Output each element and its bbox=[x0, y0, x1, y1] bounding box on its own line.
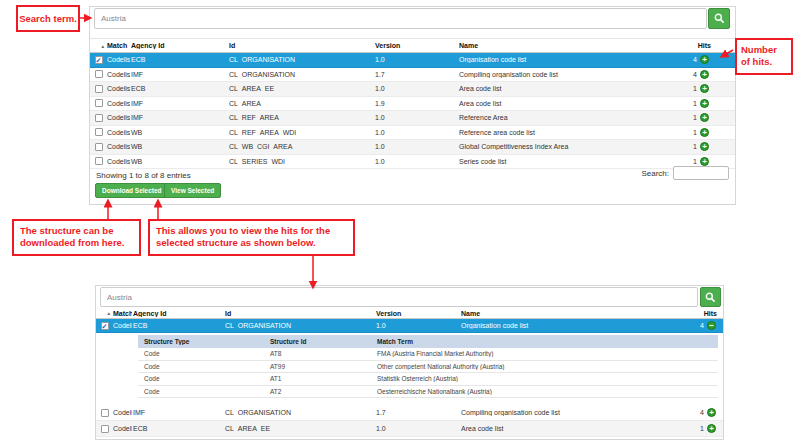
filter-input[interactable] bbox=[673, 166, 729, 180]
match-type-cell: Codelist bbox=[106, 158, 130, 165]
subtable-row[interactable]: CodeAT2Oesterreichische Nationalbank (Au… bbox=[138, 386, 718, 399]
subtable-row[interactable]: CodeAT1Statistik Osterreich (Austria) bbox=[138, 373, 718, 386]
col-agency-id[interactable]: Agency Id bbox=[130, 42, 228, 49]
hits-count: 4 bbox=[693, 56, 697, 63]
agency-id-cell: ECB bbox=[130, 56, 228, 63]
id-cell: CL_SERIES_WDI bbox=[228, 158, 374, 165]
expand-icon[interactable]: + bbox=[700, 142, 709, 151]
row-checkbox[interactable] bbox=[101, 425, 109, 433]
structure-type-cell: Code bbox=[138, 375, 264, 382]
col-id[interactable]: Id bbox=[224, 310, 375, 317]
col-version[interactable]: Version bbox=[375, 310, 460, 317]
row-checkbox[interactable]: ✓ bbox=[95, 56, 103, 64]
structure-id-cell: AT8 bbox=[264, 350, 371, 357]
structure-type-cell: Code bbox=[138, 363, 264, 370]
name-cell: Organisation code list bbox=[460, 322, 652, 329]
hits-count: 1 bbox=[693, 143, 697, 150]
row-checkbox[interactable] bbox=[95, 143, 103, 151]
table-row[interactable]: CodelistIMFCL_AREA1.9Area code list1+ bbox=[90, 97, 735, 112]
name-cell: Compiling organisation code list bbox=[460, 409, 652, 416]
hits-cell: 1+ bbox=[648, 157, 735, 166]
col-name[interactable]: Name bbox=[460, 310, 652, 317]
col-structure-id: Structure Id bbox=[264, 338, 371, 345]
expand-icon[interactable]: + bbox=[700, 84, 709, 93]
table-row[interactable]: CodelistIMFCL_ORGANISATION1.7Compiling o… bbox=[90, 68, 735, 83]
expand-icon[interactable]: + bbox=[700, 70, 709, 79]
expand-icon[interactable]: + bbox=[700, 157, 709, 166]
hits-count: 4 bbox=[700, 409, 704, 416]
row-checkbox[interactable] bbox=[95, 70, 103, 78]
row-checkbox[interactable] bbox=[95, 128, 103, 136]
expand-icon[interactable]: + bbox=[707, 424, 716, 433]
table-row[interactable]: CodelistIMFCL_REF_AREA1.0Reference Area1… bbox=[90, 111, 735, 126]
expand-icon[interactable]: + bbox=[700, 128, 709, 137]
col-id[interactable]: Id bbox=[228, 42, 374, 49]
checkbox-cell bbox=[96, 409, 112, 417]
col-match[interactable]: Match bbox=[112, 310, 132, 317]
hits-count: 4 bbox=[700, 322, 704, 329]
table-row[interactable]: ✓CodelistECBCL_ORGANISATION1.0Organisati… bbox=[96, 319, 723, 333]
name-cell: Series code list bbox=[458, 158, 648, 165]
view-selected-button[interactable]: View Selected bbox=[164, 183, 221, 198]
checkbox-cell bbox=[90, 114, 106, 122]
table-row[interactable]: CodelistECBCL_AREA_EE1.0Area code list1+ bbox=[96, 421, 723, 437]
match-type-cell: Codelist bbox=[106, 129, 130, 136]
expand-icon[interactable]: + bbox=[707, 408, 716, 417]
col-agency-id[interactable]: Agency Id bbox=[132, 310, 224, 317]
match-term-cell: FMA (Austria Financial Market Authority) bbox=[371, 350, 718, 357]
table-row[interactable]: CodelistWBCL_REF_AREA_WDI1.0Reference ar… bbox=[90, 126, 735, 141]
checkbox-cell bbox=[90, 157, 106, 165]
search-input-2[interactable] bbox=[100, 287, 698, 307]
agency-id-cell: IMF bbox=[130, 114, 228, 121]
agency-id-cell: WB bbox=[130, 143, 228, 150]
id-cell: CL_REF_AREA bbox=[228, 114, 374, 121]
sort-indicator[interactable]: ▴ bbox=[90, 43, 106, 49]
checkbox-cell: ✓ bbox=[90, 56, 106, 64]
match-type-cell: Codelist bbox=[106, 114, 130, 121]
version-cell: 1.0 bbox=[375, 425, 460, 432]
subtable-row[interactable]: CodeAT99Other competent National Authori… bbox=[138, 361, 718, 374]
search-input[interactable] bbox=[94, 8, 707, 29]
search-button[interactable] bbox=[708, 8, 730, 29]
col-name[interactable]: Name bbox=[458, 42, 648, 49]
table-row[interactable]: CodelistWBCL_WB_CGI_AREA1.0Global Compet… bbox=[90, 140, 735, 155]
name-cell: Reference area code list bbox=[458, 129, 648, 136]
id-cell: CL_ORGANISATION bbox=[224, 409, 375, 416]
table-body: ✓CodelistECBCL_ORGANISATION1.0Organisati… bbox=[90, 53, 735, 169]
name-cell: Global Competitiveness Index Area bbox=[458, 143, 648, 150]
row-checkbox[interactable] bbox=[95, 157, 103, 165]
download-selected-button[interactable]: Download Selected bbox=[95, 183, 169, 198]
subtable-row[interactable]: CodeAT8FMA (Austria Financial Market Aut… bbox=[138, 348, 718, 361]
agency-id-cell: WB bbox=[130, 158, 228, 165]
expand-icon[interactable]: + bbox=[700, 99, 709, 108]
col-match[interactable]: Match bbox=[106, 42, 130, 49]
table-row[interactable]: CodelistECBCL_AREA_EE1.0Area code list1+ bbox=[90, 82, 735, 97]
hits-cell: 4− bbox=[652, 321, 723, 330]
search-button-2[interactable] bbox=[700, 287, 721, 307]
collapse-icon[interactable]: − bbox=[707, 321, 716, 330]
row-checkbox[interactable] bbox=[101, 409, 109, 417]
row-checkbox[interactable]: ✓ bbox=[101, 322, 109, 330]
hits-cell: 1+ bbox=[648, 113, 735, 122]
table-header: ▴ Match Agency Id Id Version Name Hits bbox=[90, 38, 735, 53]
row-checkbox[interactable] bbox=[95, 114, 103, 122]
col-version[interactable]: Version bbox=[374, 42, 458, 49]
id-cell: CL_AREA_EE bbox=[228, 85, 374, 92]
col-hits[interactable]: Hits bbox=[648, 42, 735, 49]
hits-cell: 1+ bbox=[648, 142, 735, 151]
row-checkbox[interactable] bbox=[95, 85, 103, 93]
version-cell: 1.0 bbox=[374, 85, 458, 92]
expand-icon[interactable]: + bbox=[700, 113, 709, 122]
table-row[interactable]: CodelistWBCL_SERIES_WDI1.0Series code li… bbox=[90, 155, 735, 170]
search-results-panel: ▴ Match Agency Id Id Version Name Hits ✓… bbox=[89, 6, 736, 205]
table-row[interactable]: ✓CodelistECBCL_ORGANISATION1.0Organisati… bbox=[90, 53, 735, 68]
table-row[interactable]: CodelistIMFCL_ORGANISATION1.7Compiling o… bbox=[96, 405, 723, 421]
col-hits[interactable]: Hits bbox=[652, 310, 723, 317]
match-type-cell: Codelist bbox=[106, 143, 130, 150]
checkbox-cell bbox=[90, 99, 106, 107]
expand-icon[interactable]: + bbox=[700, 55, 709, 64]
row-checkbox[interactable] bbox=[95, 99, 103, 107]
checkbox-cell bbox=[90, 85, 106, 93]
version-cell: 1.0 bbox=[374, 56, 458, 63]
sort-indicator[interactable]: ▴ bbox=[96, 310, 112, 316]
